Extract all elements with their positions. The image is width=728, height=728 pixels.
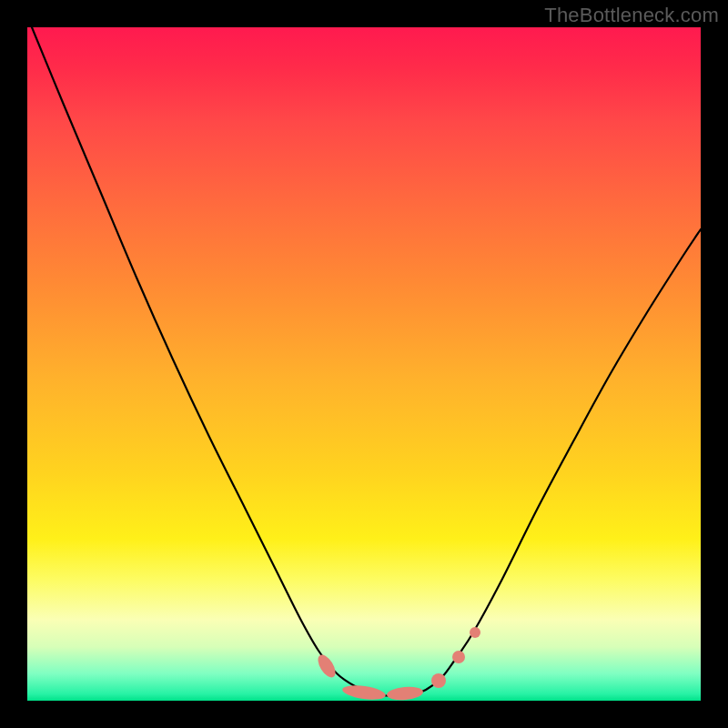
min-plateau-right <box>431 673 446 688</box>
chart-frame: TheBottleneck.com <box>0 0 728 728</box>
rise-dot-1 <box>452 651 465 663</box>
curve-markers <box>315 627 480 701</box>
min-plateau-mid1 <box>341 683 386 701</box>
bottleneck-curve <box>32 27 701 696</box>
bottleneck-curve-svg <box>27 27 701 701</box>
watermark-text: TheBottleneck.com <box>544 4 719 27</box>
chart-plot-area <box>27 27 701 701</box>
rise-dot-2 <box>470 627 480 638</box>
min-plateau-mid2 <box>386 685 423 701</box>
min-plateau-left <box>315 652 339 680</box>
